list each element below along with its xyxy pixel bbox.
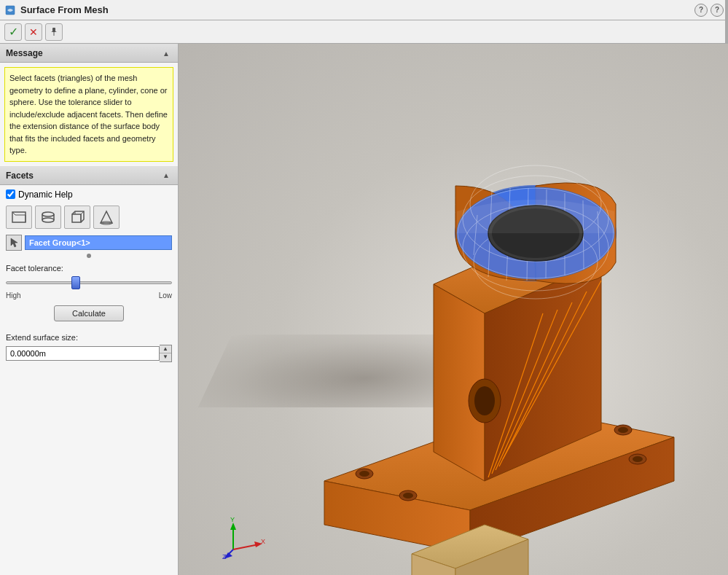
svg-text:Z: Z [222, 553, 227, 560]
action-bar: ✓ ✕ [0, 20, 728, 44]
svg-rect-11 [72, 214, 81, 222]
help-btn-2[interactable]: ? [711, 4, 724, 17]
svg-point-22 [618, 427, 628, 433]
extend-surface-input[interactable] [6, 346, 160, 361]
tolerance-slider-container [6, 275, 172, 290]
facet-select-btn[interactable] [6, 235, 22, 251]
cylinder-shape-btn[interactable] [35, 206, 61, 229]
svg-text:X: X [261, 538, 265, 545]
slider-labels: High Low [6, 292, 172, 300]
calculate-button[interactable]: Calculate [54, 305, 124, 321]
facet-group-display: Facet Group<1> [25, 235, 172, 250]
dynamic-help-row: Dynamic Help [6, 189, 172, 200]
dynamic-help-label: Dynamic Help [18, 189, 73, 200]
spin-buttons: ▲ ▼ [160, 345, 172, 362]
svg-point-20 [359, 471, 369, 477]
facet-dot [87, 254, 91, 258]
spin-up-btn[interactable]: ▲ [160, 345, 171, 353]
extend-surface-label: Extend surface size: [6, 333, 172, 342]
svg-line-61 [233, 544, 259, 549]
facets-collapse-btn[interactable]: ▲ [160, 170, 172, 181]
pin-button[interactable] [45, 23, 63, 41]
message-label: Message [6, 48, 43, 58]
slider-low-label: Low [159, 292, 172, 300]
title-bar-icon [4, 4, 16, 16]
cursor-icon [8, 237, 20, 249]
axis-indicator: Y X Z [222, 517, 266, 560]
tolerance-label: Facet tolerance: [6, 264, 172, 273]
message-collapse-btn[interactable]: ▲ [160, 47, 172, 59]
main-layout: Message ▲ Select facets (triangles) of t… [0, 44, 728, 575]
slider-track [6, 281, 172, 284]
slider-high-label: High [6, 292, 21, 300]
message-content: Select facets (triangles) of the mesh ge… [4, 67, 173, 162]
svg-rect-2 [54, 32, 55, 36]
title-bar: Surface From Mesh ? ? [0, 0, 728, 20]
viewport: Y X Z [179, 44, 728, 575]
facets-label: Facets [6, 171, 34, 181]
shape-buttons [6, 206, 172, 229]
ok-button[interactable]: ✓ [4, 23, 22, 41]
plane-shape-btn[interactable] [6, 206, 32, 229]
svg-point-8 [42, 218, 54, 222]
box-shape-btn[interactable] [64, 206, 90, 229]
facet-group-row: Facet Group<1> [6, 235, 172, 251]
slider-thumb[interactable] [71, 276, 80, 289]
svg-marker-59 [230, 523, 236, 530]
svg-text:Y: Y [230, 517, 235, 523]
help-btn-1[interactable]: ? [694, 4, 708, 17]
cone-shape-btn[interactable] [93, 206, 120, 229]
title-text: Surface From Mesh [20, 4, 690, 15]
extend-input-row: ▲ ▼ [6, 345, 172, 362]
svg-point-24 [403, 493, 413, 498]
extend-surface-section: Extend surface size: ▲ ▼ [0, 333, 178, 368]
message-section-header: Message ▲ [0, 44, 178, 63]
svg-point-26 [633, 456, 643, 462]
spin-down-btn[interactable]: ▼ [160, 353, 171, 361]
facets-content: Dynamic Help [0, 185, 178, 333]
left-panel: Message ▲ Select facets (triangles) of t… [0, 44, 179, 575]
cancel-button[interactable]: ✕ [25, 23, 42, 41]
facet-dot-row [6, 254, 172, 258]
dynamic-help-checkbox[interactable] [6, 189, 15, 199]
svg-point-7 [42, 212, 54, 216]
message-text: Select facets (triangles) of the mesh ge… [9, 74, 168, 154]
pin-icon [49, 27, 59, 37]
facets-section-header: Facets ▲ [0, 166, 178, 185]
model-svg [251, 58, 718, 575]
svg-point-54 [474, 386, 495, 415]
